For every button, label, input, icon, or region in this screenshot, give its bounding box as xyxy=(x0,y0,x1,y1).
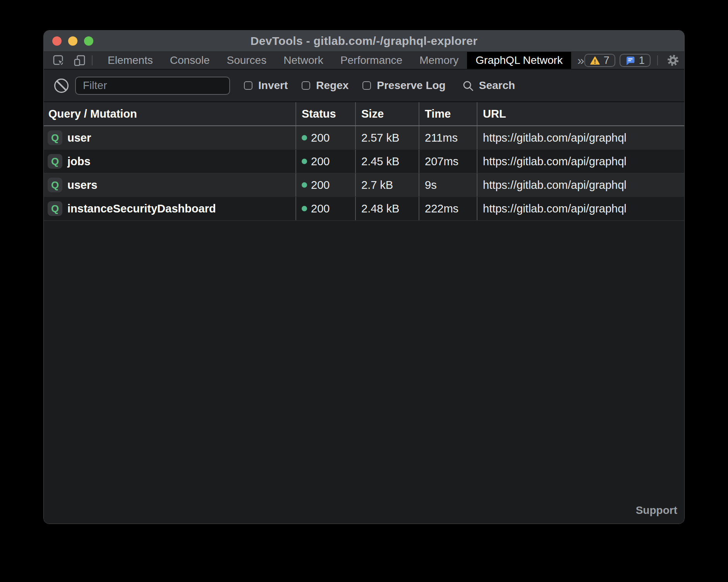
devtools-window: DevTools - gitlab.com/-/graphql-explorer… xyxy=(43,30,685,524)
tab-strip: ElementsConsoleSourcesNetworkPerformance… xyxy=(99,52,571,69)
regex-label: Regex xyxy=(316,79,349,92)
tab-elements[interactable]: Elements xyxy=(99,52,161,69)
table-header: Query / Mutation Status Size Time URL xyxy=(44,102,684,126)
toolbar-divider xyxy=(657,55,658,65)
search-label: Search xyxy=(479,79,515,92)
status-code: 200 xyxy=(311,132,330,144)
url-cell: https://gitlab.com/api/graphql xyxy=(477,150,684,173)
status-cell: 200 xyxy=(296,173,356,197)
query-name: instanceSecurityDashboard xyxy=(67,202,216,215)
support-link[interactable]: Support xyxy=(636,504,677,517)
table-row[interactable]: Q jobs 200 2.45 kB 207ms https://gitlab.… xyxy=(44,149,684,173)
zoom-button[interactable] xyxy=(84,36,93,46)
column-header-size[interactable]: Size xyxy=(356,102,419,125)
device-toolbar-icon xyxy=(74,55,86,67)
clear-filter-icon[interactable] xyxy=(54,79,69,93)
time-cell: 9s xyxy=(419,173,477,197)
column-header-query-mutation[interactable]: Query / Mutation xyxy=(44,102,296,125)
inspect-cursor-icon xyxy=(53,55,65,67)
query-name: users xyxy=(67,179,97,192)
invert-checkbox[interactable] xyxy=(244,81,252,90)
tab-console[interactable]: Console xyxy=(161,52,218,69)
warnings-count: 7 xyxy=(604,55,610,66)
status-ok-dot-icon xyxy=(302,206,307,211)
preserve-log-label: Preserve Log xyxy=(377,79,445,92)
size-cell: 2.7 kB xyxy=(356,173,419,197)
devtools-toolbar: ElementsConsoleSourcesNetworkPerformance… xyxy=(44,52,684,70)
size-value: 2.45 kB xyxy=(361,155,399,168)
issues-badge[interactable]: 1 xyxy=(620,54,651,67)
tab-sources[interactable]: Sources xyxy=(218,52,275,69)
url-cell: https://gitlab.com/api/graphql xyxy=(477,173,684,197)
tab-graphql-network[interactable]: GraphQL Network xyxy=(467,52,571,69)
traffic-lights xyxy=(52,31,93,51)
table-row[interactable]: Q users 200 2.7 kB 9s https://gitlab.com… xyxy=(44,173,684,197)
content-area: Support xyxy=(44,221,684,524)
inspect-element-button[interactable] xyxy=(53,55,65,67)
time-value: 222ms xyxy=(425,202,458,215)
status-ok-dot-icon xyxy=(302,159,307,164)
url-value: https://gitlab.com/api/graphql xyxy=(483,132,627,144)
size-value: 2.48 kB xyxy=(361,202,399,215)
status-ok-dot-icon xyxy=(302,182,307,188)
warnings-badge[interactable]: 7 xyxy=(584,54,615,67)
status-code: 200 xyxy=(311,202,330,215)
url-value: https://gitlab.com/api/graphql xyxy=(483,155,627,168)
close-button[interactable] xyxy=(52,36,62,46)
query-cell: Q jobs xyxy=(44,150,296,173)
status-cell: 200 xyxy=(296,197,356,220)
tab-memory[interactable]: Memory xyxy=(411,52,467,69)
query-name: jobs xyxy=(67,155,91,168)
tab-performance[interactable]: Performance xyxy=(332,52,411,69)
url-value: https://gitlab.com/api/graphql xyxy=(483,179,627,192)
search-icon xyxy=(462,80,474,92)
warning-triangle-icon xyxy=(590,56,600,65)
column-header-time[interactable]: Time xyxy=(419,102,477,125)
regex-toggle[interactable]: Regex xyxy=(302,79,349,92)
issues-chat-icon xyxy=(625,56,635,65)
column-header-url[interactable]: URL xyxy=(477,102,684,125)
filter-checkbox-group: InvertRegexPreserve Log xyxy=(230,79,446,92)
device-toolbar-button[interactable] xyxy=(74,55,86,67)
time-cell: 211ms xyxy=(419,126,477,149)
preserve-log-toggle[interactable]: Preserve Log xyxy=(362,79,445,92)
time-value: 9s xyxy=(425,179,437,192)
size-cell: 2.48 kB xyxy=(356,197,419,220)
url-value: https://gitlab.com/api/graphql xyxy=(483,202,627,215)
size-value: 2.7 kB xyxy=(361,179,393,192)
query-name: user xyxy=(67,132,91,144)
size-cell: 2.45 kB xyxy=(356,150,419,173)
issues-count: 1 xyxy=(639,55,645,66)
url-cell: https://gitlab.com/api/graphql xyxy=(477,197,684,220)
titlebar: DevTools - gitlab.com/-/graphql-explorer xyxy=(44,31,684,52)
tab-network[interactable]: Network xyxy=(275,52,332,69)
status-ok-dot-icon xyxy=(302,135,307,140)
filter-input[interactable] xyxy=(75,77,230,95)
query-type-badge: Q xyxy=(48,178,62,192)
query-cell: Q user xyxy=(44,126,296,149)
settings-gear-icon[interactable] xyxy=(666,54,680,67)
time-value: 211ms xyxy=(425,132,458,144)
search-button[interactable]: Search xyxy=(462,79,515,92)
status-cell: 200 xyxy=(296,150,356,173)
more-tabs-chevron-icon[interactable]: » xyxy=(577,54,584,67)
toolbar-divider xyxy=(92,55,93,65)
column-header-status[interactable]: Status xyxy=(296,102,356,125)
table-row[interactable]: Q user 200 2.57 kB 211ms https://gitlab.… xyxy=(44,126,684,149)
query-cell: Q instanceSecurityDashboard xyxy=(44,197,296,220)
filter-bar: InvertRegexPreserve Log Search xyxy=(44,70,684,102)
url-cell: https://gitlab.com/api/graphql xyxy=(477,126,684,149)
query-cell: Q users xyxy=(44,173,296,197)
size-value: 2.57 kB xyxy=(361,132,399,144)
table-row[interactable]: Q instanceSecurityDashboard 200 2.48 kB … xyxy=(44,197,684,220)
preserve-log-checkbox[interactable] xyxy=(362,81,371,90)
status-code: 200 xyxy=(311,179,330,192)
request-table-body: Q user 200 2.57 kB 211ms https://gitlab.… xyxy=(44,126,684,221)
invert-toggle[interactable]: Invert xyxy=(244,79,288,92)
minimize-button[interactable] xyxy=(68,36,77,46)
regex-checkbox[interactable] xyxy=(302,81,310,90)
query-type-badge: Q xyxy=(48,154,62,169)
query-type-badge: Q xyxy=(48,201,62,216)
time-value: 207ms xyxy=(425,155,458,168)
gear-icon xyxy=(666,54,680,67)
